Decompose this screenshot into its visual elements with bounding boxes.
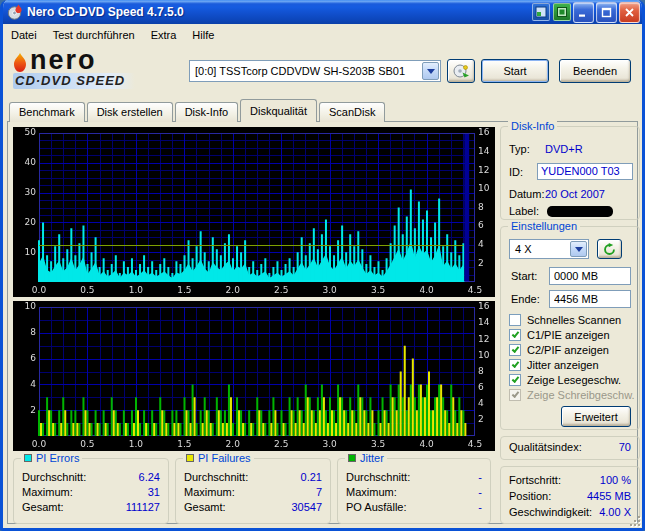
checkbox-zeige-schreibgeschw[interactable]: Zeige Schreibgeschw. xyxy=(509,388,635,401)
check-icon xyxy=(512,375,520,383)
checkbox-box xyxy=(509,314,521,326)
id-value-field: YUDEN000 T03 xyxy=(537,163,633,180)
speed-select[interactable]: 4 X xyxy=(509,239,589,259)
titlebar-extra-icon-1[interactable] xyxy=(532,3,550,21)
menu-extra[interactable]: Extra xyxy=(143,26,185,44)
start-button[interactable]: Start xyxy=(481,59,549,83)
mini-window-icon xyxy=(535,6,547,18)
header: nero CD·DVD SPEED [0:0] TSSTcorp CDDVDW … xyxy=(3,45,642,97)
tab-strip: Benchmark Disk erstellen Disk-Info Diskq… xyxy=(9,99,387,122)
advanced-button-label: Erweitert xyxy=(574,411,617,423)
check-icon xyxy=(512,330,520,338)
window-title: Nero CD-DVD Speed 4.7.5.0 xyxy=(27,5,529,19)
app-window: Nero CD-DVD Speed 4.7.5.0 xyxy=(0,0,645,531)
close-icon xyxy=(624,7,635,18)
check-icon xyxy=(512,390,520,398)
quality-index-group: Qualitätsindex: 70 xyxy=(500,436,640,460)
datum-value: 20 Oct 2007 xyxy=(545,188,605,200)
drive-media-button[interactable] xyxy=(447,59,475,83)
pi-errors-stats-group: PI Errors Durchschnitt: 6.24 Maximum: 31… xyxy=(13,458,169,524)
fortschritt-value: 100 % xyxy=(600,474,631,486)
checkbox-label: Zeige Lesegeschw. xyxy=(527,374,621,386)
logo-text-nero: nero xyxy=(30,47,97,73)
tab-benchmark[interactable]: Benchmark xyxy=(9,102,85,122)
maximum-label: Maximum: xyxy=(184,486,235,498)
menu-datei[interactable]: Datei xyxy=(3,26,45,44)
check-icon xyxy=(512,345,520,353)
maximum-label: Maximum: xyxy=(346,486,397,498)
gesamt-label: Gesamt: xyxy=(184,501,226,513)
durchschnitt-value: 6.24 xyxy=(139,471,160,483)
maximum-label: Maximum: xyxy=(22,486,73,498)
tab-label: Benchmark xyxy=(19,106,75,118)
titlebar-extra-icon-2[interactable] xyxy=(553,3,571,21)
end-mb-label: Ende: xyxy=(511,293,540,305)
durchschnitt-label: Durchschnitt: xyxy=(22,471,86,483)
po-ausfaelle-value: - xyxy=(478,501,482,513)
checkbox-c2-pif-anzeigen[interactable]: C2/PIF anzeigen xyxy=(509,343,609,356)
progress-group: Fortschritt: 100 % Position: 4455 MB Ges… xyxy=(500,466,640,524)
po-ausfaelle-label: PO Ausfälle: xyxy=(346,501,407,513)
checkbox-box xyxy=(509,374,521,386)
speed-select-value: 4 X xyxy=(510,243,570,255)
pi-errors-color-swatch xyxy=(24,454,32,462)
resize-grip-icon[interactable] xyxy=(627,513,640,526)
jitter-stats-group: Jitter Durchschnitt: - Maximum: - PO Aus… xyxy=(337,458,491,524)
disk-info-title: Disk-Info xyxy=(508,120,557,132)
drive-select-dropdown-button[interactable] xyxy=(422,62,439,80)
refresh-arrows-icon xyxy=(603,243,616,256)
tab-scandisk[interactable]: ScanDisk xyxy=(319,102,385,122)
start-mb-input[interactable] xyxy=(549,267,631,285)
checkbox-label: Schnelles Scannen xyxy=(527,314,621,326)
checkbox-c1-pie-anzeigen[interactable]: C1/PIE anzeigen xyxy=(509,328,610,341)
tab-disk-erstellen[interactable]: Disk erstellen xyxy=(87,102,173,122)
pi-failures-stats-title: PI Failures xyxy=(183,452,254,464)
maximize-button[interactable] xyxy=(596,2,617,23)
tab-label: Disk-Info xyxy=(185,106,228,118)
end-mb-input[interactable] xyxy=(549,290,631,308)
stats-title-text: Jitter xyxy=(360,452,384,464)
tab-label: ScanDisk xyxy=(329,106,375,118)
title-bar[interactable]: Nero CD-DVD Speed 4.7.5.0 xyxy=(0,0,645,24)
durchschnitt-value: - xyxy=(478,471,482,483)
app-icon xyxy=(7,4,23,20)
pi-errors-stats-title: PI Errors xyxy=(21,452,82,464)
nero-flame-icon xyxy=(13,53,27,73)
maximum-value: - xyxy=(478,486,482,498)
position-value: 4455 MB xyxy=(587,490,631,502)
minimize-icon xyxy=(578,7,589,18)
start-mb-label: Start: xyxy=(511,270,537,282)
disc-eject-icon xyxy=(452,63,470,79)
durchschnitt-value: 0.21 xyxy=(301,471,322,483)
close-button[interactable] xyxy=(619,2,640,23)
logo-text-cddvdspeed: CD·DVD SPEED xyxy=(13,73,135,89)
settings-title: Einstellungen xyxy=(508,220,580,232)
pie-errors-chart xyxy=(13,127,495,297)
durchschnitt-label: Durchschnitt: xyxy=(184,471,248,483)
checkbox-schnelles-scannen[interactable]: Schnelles Scannen xyxy=(509,313,621,326)
minimize-button[interactable] xyxy=(573,2,594,23)
position-label: Position: xyxy=(509,490,551,502)
start-button-label: Start xyxy=(503,65,526,77)
gesamt-value: 111127 xyxy=(126,501,160,513)
checkbox-label: Zeige Schreibgeschw. xyxy=(527,389,635,401)
speed-select-dropdown-button[interactable] xyxy=(570,241,587,257)
check-icon xyxy=(512,360,520,368)
checkbox-jitter-anzeigen[interactable]: Jitter anzeigen xyxy=(509,358,599,371)
checkbox-zeige-lesegeschw[interactable]: Zeige Lesegeschw. xyxy=(509,373,621,386)
menu-bar: Datei Test durchführen Extra Hilfe xyxy=(3,24,642,45)
tab-diskqualitaet[interactable]: Diskqualität xyxy=(240,99,317,122)
drive-select[interactable]: [0:0] TSSTcorp CDDVDW SH-S203B SB01 xyxy=(189,60,441,82)
maximize-icon xyxy=(601,7,612,18)
menu-hilfe[interactable]: Hilfe xyxy=(184,26,222,44)
refresh-button[interactable] xyxy=(597,239,622,259)
tab-disk-info[interactable]: Disk-Info xyxy=(175,102,238,122)
typ-value: DVD+R xyxy=(545,143,583,155)
checkbox-label: C1/PIE anzeigen xyxy=(527,329,610,341)
menu-test-durchfuehren[interactable]: Test durchführen xyxy=(45,26,143,44)
quit-button[interactable]: Beenden xyxy=(559,59,631,83)
tab-label: Diskqualität xyxy=(250,105,307,117)
jitter-stats-title: Jitter xyxy=(345,452,387,464)
checkbox-box xyxy=(509,344,521,356)
advanced-button[interactable]: Erweitert xyxy=(561,406,631,427)
